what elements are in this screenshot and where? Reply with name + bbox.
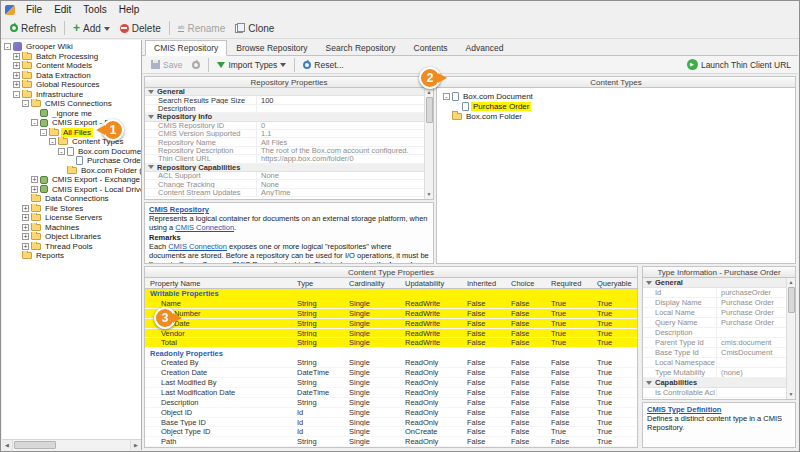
chevron-down-icon[interactable] bbox=[280, 63, 286, 70]
expand-plus-icon[interactable] bbox=[13, 62, 20, 69]
tree-item-object-libraries[interactable]: Object Libraries bbox=[2, 232, 141, 242]
tab-cmis-repository[interactable]: CMIS Repository bbox=[145, 40, 227, 56]
property-row-thin-client-url[interactable]: Thin Client URLhttps://app.box.com/folde… bbox=[145, 155, 424, 163]
tree-item-purchase-order[interactable]: Purchase Order bbox=[441, 101, 795, 111]
tree-item-batch-processing[interactable]: Batch Processing bbox=[2, 52, 141, 62]
clone-button[interactable]: Clone bbox=[230, 22, 279, 35]
expand-plus-icon[interactable] bbox=[13, 72, 20, 79]
property-section-capabilities[interactable]: Capabilities bbox=[643, 378, 786, 388]
help-link[interactable]: CMIS Connection bbox=[168, 242, 227, 251]
save-button[interactable]: Save bbox=[146, 59, 187, 71]
property-section-repository-info[interactable]: Repository Info bbox=[145, 113, 424, 121]
property-row-cmis-version-supported[interactable]: CMIS Version Supported1.1 bbox=[145, 130, 424, 138]
column-header-cardinality[interactable]: Cardinality bbox=[347, 279, 403, 288]
tree-item-cmis-export-exchange[interactable]: CMIS Export - Exchange bbox=[2, 175, 141, 185]
expand-plus-icon[interactable] bbox=[13, 53, 20, 60]
expand-plus-icon[interactable] bbox=[31, 186, 38, 193]
menu-item-file[interactable]: File bbox=[20, 3, 48, 16]
property-row-base-type-id[interactable]: Base Type IdCmisDocument bbox=[643, 348, 786, 358]
launch-thin-client-button[interactable]: Launch Thin Client URL bbox=[682, 58, 794, 71]
tree-item-purchase-order[interactable]: Purchase Order bbox=[2, 156, 141, 166]
expand-plus-icon[interactable] bbox=[22, 205, 29, 212]
table-row-created-by[interactable]: Created ByStringSingleReadOnlyFalseFalse… bbox=[145, 358, 637, 368]
property-row-display-name[interactable]: Display NamePurchase Order bbox=[643, 298, 786, 308]
property-section-general[interactable]: General bbox=[145, 88, 424, 96]
table-row-object-id[interactable]: Object IDIdSingleReadOnlyFalseFalseFalse… bbox=[145, 408, 637, 418]
tree-item-ignore-me[interactable]: _ignore me bbox=[2, 109, 141, 119]
undo-button[interactable] bbox=[187, 60, 205, 70]
tree-item-reports[interactable]: Reports bbox=[2, 251, 141, 261]
table-row-last-modified-by[interactable]: Last Modified ByStringSingleReadOnlyFals… bbox=[145, 378, 637, 388]
column-header-inherited[interactable]: Inherited bbox=[465, 279, 509, 288]
tree-item-data-extraction[interactable]: Data Extraction bbox=[2, 71, 141, 81]
expand-minus-icon[interactable] bbox=[443, 93, 450, 100]
table-row-po-date[interactable]: PO DateStringSingleReadWriteFalseFalseTr… bbox=[145, 319, 637, 329]
expand-plus-icon[interactable] bbox=[22, 233, 29, 240]
tree-item-content-models[interactable]: Content Models bbox=[2, 61, 141, 71]
expand-minus-icon[interactable] bbox=[13, 91, 20, 98]
column-header-required[interactable]: Required bbox=[549, 279, 595, 288]
tree-item-box-com-folder-co[interactable]: Box.com Folder (co bbox=[2, 166, 141, 176]
property-row-type-mutability[interactable]: Type Mutability(none) bbox=[643, 368, 786, 378]
scroll-thumb[interactable] bbox=[14, 441, 56, 449]
property-row-description[interactable]: Description bbox=[145, 105, 424, 113]
property-row-parent-type-id[interactable]: Parent Type Idcmis:document bbox=[643, 338, 786, 348]
property-row-acl-support[interactable]: ACL SupportNone bbox=[145, 172, 424, 180]
property-row-local-namespace[interactable]: Local Namespace bbox=[643, 358, 786, 368]
help-title-link[interactable]: CMIS Type Definition bbox=[647, 405, 721, 414]
scroll-right-button[interactable]: ▶ bbox=[130, 440, 141, 450]
expand-plus-icon[interactable] bbox=[13, 81, 20, 88]
type-info-vertical-scrollbar[interactable]: ▲ ▼ bbox=[786, 278, 795, 399]
table-row-description[interactable]: DescriptionStringSingleReadOnlyFalseFals… bbox=[145, 398, 637, 408]
expand-plus-icon[interactable] bbox=[22, 214, 29, 221]
column-header-property-name[interactable]: Property Name bbox=[145, 279, 295, 288]
tree-item-file-stores[interactable]: File Stores bbox=[2, 204, 141, 214]
column-header-type[interactable]: Type bbox=[295, 279, 347, 288]
property-row-query-name[interactable]: Query NamePurchase Order bbox=[643, 318, 786, 328]
property-row-is-controllable-acl[interactable]: Is Controllable Acl bbox=[643, 388, 786, 398]
property-row-cmis-repository-id[interactable]: CMIS Repository ID0 bbox=[145, 122, 424, 130]
chevron-down-icon[interactable] bbox=[104, 27, 110, 34]
help-title-link[interactable]: CMIS Repository bbox=[149, 205, 209, 214]
import-types-button[interactable]: Import Types bbox=[212, 57, 291, 73]
scroll-thumb[interactable] bbox=[426, 97, 433, 123]
expand-minus-icon[interactable] bbox=[40, 129, 47, 136]
expand-plus-icon[interactable] bbox=[31, 176, 38, 183]
tree-item-global-resources[interactable]: Global Resources bbox=[2, 80, 141, 90]
table-row-last-modification-date[interactable]: Last Modification DateDateTimeSingleRead… bbox=[145, 388, 637, 398]
scroll-thumb[interactable] bbox=[788, 287, 795, 313]
expand-minus-icon[interactable] bbox=[31, 119, 38, 126]
table-row-base-type-id[interactable]: Base Type IDIdSingleReadOnlyFalseFalseFa… bbox=[145, 418, 637, 428]
column-header-choice[interactable]: Choice bbox=[509, 279, 549, 288]
expand-plus-icon[interactable] bbox=[22, 243, 29, 250]
scroll-left-button[interactable]: ◀ bbox=[2, 440, 13, 450]
tree-item-data-connections[interactable]: Data Connections bbox=[2, 194, 141, 204]
tab-search-repository[interactable]: Search Repository bbox=[317, 40, 405, 56]
column-header-updatability[interactable]: Updatability bbox=[403, 279, 465, 288]
tab-advanced[interactable]: Advanced bbox=[457, 40, 513, 56]
tab-contents[interactable]: Contents bbox=[405, 40, 457, 56]
table-row-total[interactable]: TotalStringSingleReadWriteFalseFalseTrue… bbox=[145, 338, 637, 348]
reset-button[interactable]: Reset... bbox=[298, 59, 348, 71]
tree-item-box-com-folder[interactable]: Box.com Folder bbox=[441, 111, 795, 121]
tree-item-grooper-wiki[interactable]: Grooper Wiki bbox=[2, 42, 141, 52]
refresh-button[interactable]: Refresh bbox=[5, 22, 61, 35]
expand-minus-icon[interactable] bbox=[4, 43, 11, 50]
property-row-content-stream-updates[interactable]: Content Stream UpdatesAnyTime bbox=[145, 189, 424, 197]
property-row-repository-name[interactable]: Repository NameAll Files bbox=[145, 138, 424, 146]
tree-item-machines[interactable]: Machines bbox=[2, 223, 141, 233]
property-section-general[interactable]: General bbox=[643, 278, 786, 288]
tree-item-infrastructure[interactable]: Infrastructure bbox=[2, 90, 141, 100]
table-row-po-number[interactable]: PO NumberStringSingleReadWriteFalseFalse… bbox=[145, 309, 637, 319]
tree-item-box-com-document[interactable]: Box.com Document bbox=[441, 91, 795, 101]
menu-item-help[interactable]: Help bbox=[113, 3, 146, 16]
table-row-name[interactable]: NameStringSingleReadWriteFalseFalseTrueT… bbox=[145, 299, 637, 309]
menu-item-tools[interactable]: Tools bbox=[77, 3, 112, 16]
expand-minus-icon[interactable] bbox=[58, 148, 65, 155]
property-row-repository-description[interactable]: Repository DescriptionThe root of the Bo… bbox=[145, 147, 424, 155]
scroll-down-button[interactable]: ▼ bbox=[425, 190, 434, 199]
scroll-down-button[interactable]: ▼ bbox=[787, 390, 796, 399]
tree-item-box-com-document[interactable]: Box.com Document bbox=[2, 147, 141, 157]
table-row-creation-date[interactable]: Creation DateDateTimeSingleReadOnlyFalse… bbox=[145, 368, 637, 378]
tree-item-content-types[interactable]: Content Types bbox=[2, 137, 141, 147]
